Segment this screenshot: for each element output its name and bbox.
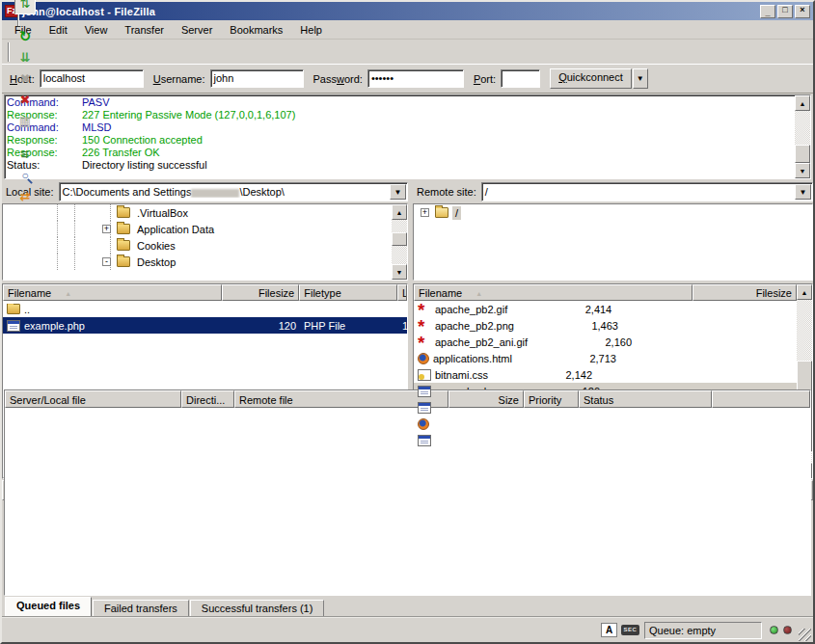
remote-file-row[interactable]: apache_pb2.gif 2,414: [414, 301, 797, 317]
local-tree-scrollbar[interactable]: ▲ ▼: [392, 204, 407, 280]
remote-site-path: /: [482, 186, 795, 198]
port-input[interactable]: [501, 69, 540, 88]
quickconnect-button[interactable]: Quickconnect: [550, 68, 632, 89]
column-header-priority[interactable]: Priority: [524, 390, 579, 408]
menu-item[interactable]: Edit: [41, 22, 76, 38]
column-header-filename[interactable]: Filename▲: [414, 284, 693, 301]
local-tree-item[interactable]: - Desktop: [3, 254, 392, 270]
username-input[interactable]: john: [210, 69, 304, 88]
log-line: Response: 150 Connection accepted: [7, 134, 793, 147]
close-button[interactable]: ×: [795, 5, 810, 18]
menu-item[interactable]: Help: [291, 22, 331, 38]
maximize-button[interactable]: □: [777, 5, 793, 18]
tree-expander-icon[interactable]: [102, 241, 111, 250]
resize-grip[interactable]: [799, 629, 811, 641]
column-header-server-local-file[interactable]: Server/Local file: [5, 390, 181, 408]
file-type-icon: [418, 386, 431, 397]
local-site-path: C:\Documents and Settings\Desktop\: [60, 186, 390, 198]
remote-site-row: Remote site: / ▼: [413, 181, 813, 202]
file-type-icon: [418, 369, 431, 381]
ascii-datatype-icon: A: [601, 623, 617, 637]
quickconnect-dropdown-icon[interactable]: ▼: [633, 68, 648, 89]
redacted-username: [191, 189, 239, 198]
sort-ascending-icon: ▲: [65, 290, 71, 297]
scroll-down-icon[interactable]: ▼: [795, 163, 810, 178]
toggle-queue-icon[interactable]: [14, 0, 36, 14]
main-split: Local site: C:\Documents and Settings\De…: [2, 181, 813, 388]
column-header-filetype[interactable]: Filetype: [299, 284, 397, 301]
remote-file-row[interactable]: bitnami.css 2,142: [414, 366, 797, 383]
local-tree-item[interactable]: + Application Data: [3, 221, 392, 237]
remote-tree-item[interactable]: + /: [414, 204, 812, 221]
column-header-remote-file[interactable]: Remote file: [234, 390, 448, 408]
combo-dropdown-icon[interactable]: ▼: [795, 184, 811, 200]
local-file-row[interactable]: example.php 120 PHP File 1: [3, 317, 407, 334]
remote-file-row[interactable]: apache_pb2.png 1,463: [414, 317, 797, 334]
compare-icon[interactable]: [14, 165, 36, 186]
scroll-down-icon[interactable]: ▼: [392, 264, 407, 280]
reconnect-icon[interactable]: [14, 111, 36, 132]
log-line: Status: Directory listing successful: [7, 159, 793, 172]
file-type-icon: [418, 336, 431, 348]
column-header-filename[interactable]: Filename▲: [3, 284, 222, 301]
minimize-button[interactable]: _: [760, 5, 775, 18]
queue-header: Server/Local file Directi... Remote file…: [5, 390, 810, 408]
scroll-up-icon[interactable]: ▲: [795, 95, 810, 111]
local-file-row[interactable]: ..: [3, 301, 407, 317]
process-queue-icon[interactable]: [14, 47, 36, 68]
column-header-lastmodified[interactable]: L: [397, 284, 407, 301]
tree-expander-icon[interactable]: [102, 208, 111, 217]
log-line: Command: PASV: [7, 96, 793, 109]
queue-tab[interactable]: Successful transfers (1): [190, 600, 325, 616]
filezilla-window: Fz john@localhost - FileZilla _ □ × File…: [0, 0, 815, 644]
disconnect-icon[interactable]: [14, 90, 36, 111]
cancel-icon[interactable]: [14, 68, 36, 90]
tree-expander-icon[interactable]: -: [102, 257, 111, 266]
combo-dropdown-icon[interactable]: ▼: [390, 184, 406, 200]
transfer-queue: Server/Local file Directi... Remote file…: [4, 389, 811, 596]
recv-activity-led-icon: [770, 626, 778, 634]
column-header-filesize[interactable]: Filesize: [222, 284, 299, 301]
folder-icon: [117, 224, 130, 234]
local-site-combobox[interactable]: C:\Documents and Settings\Desktop\ ▼: [59, 182, 408, 201]
refresh-icon[interactable]: [14, 26, 36, 47]
column-header-filesize[interactable]: Filesize: [693, 284, 797, 301]
tree-expander-icon[interactable]: +: [102, 225, 111, 233]
remote-file-row[interactable]: applications.html 2,713: [414, 350, 797, 366]
queue-tab[interactable]: Queued files: [5, 597, 92, 616]
toolbar-separator: [17, 14, 19, 26]
host-input[interactable]: localhost: [40, 69, 144, 88]
scrollbar-thumb[interactable]: [795, 145, 810, 163]
menu-item[interactable]: Server: [173, 22, 221, 38]
remote-site-combobox[interactable]: / ▼: [481, 182, 813, 201]
filter-icon[interactable]: [14, 144, 36, 165]
queue-tabs: Queued filesFailed transfersSuccessful t…: [2, 596, 813, 616]
local-tree-item[interactable]: .VirtualBox: [3, 204, 392, 221]
column-header-size[interactable]: Size: [448, 390, 524, 408]
password-input[interactable]: ••••••: [367, 69, 464, 88]
column-header-status[interactable]: Status: [579, 390, 712, 408]
scrollbar-thumb[interactable]: [392, 232, 407, 246]
local-list-header: Filename▲ Filesize Filetype L: [3, 284, 407, 301]
send-activity-led-icon: [783, 626, 792, 634]
file-type-icon: [418, 418, 429, 430]
file-type-icon: [7, 304, 20, 314]
tree-expander-icon[interactable]: +: [421, 208, 429, 217]
local-tree-item[interactable]: Cookies: [3, 237, 392, 254]
scroll-up-icon[interactable]: ▲: [797, 284, 812, 300]
menu-item[interactable]: Bookmarks: [221, 22, 291, 38]
queue-tab[interactable]: Failed transfers: [93, 600, 189, 616]
port-label: Port:: [474, 73, 496, 85]
log-line: Response: 227 Entering Passive Mode (127…: [7, 109, 793, 121]
log-line: Response: 226 Transfer OK: [7, 147, 793, 159]
scroll-up-icon[interactable]: ▲: [392, 204, 407, 220]
local-pane: Local site: C:\Documents and Settings\De…: [2, 181, 408, 388]
menu-item[interactable]: View: [76, 22, 117, 38]
file-type-icon: [418, 304, 431, 315]
menu-item[interactable]: Transfer: [116, 22, 173, 38]
remote-file-row[interactable]: apache_pb2_ani.gif 2,160: [414, 334, 797, 350]
toolbar: [2, 40, 813, 65]
folder-icon: [117, 207, 130, 218]
log-scrollbar[interactable]: ▲ ▼: [795, 95, 810, 178]
column-header-direction[interactable]: Directi...: [181, 390, 234, 408]
